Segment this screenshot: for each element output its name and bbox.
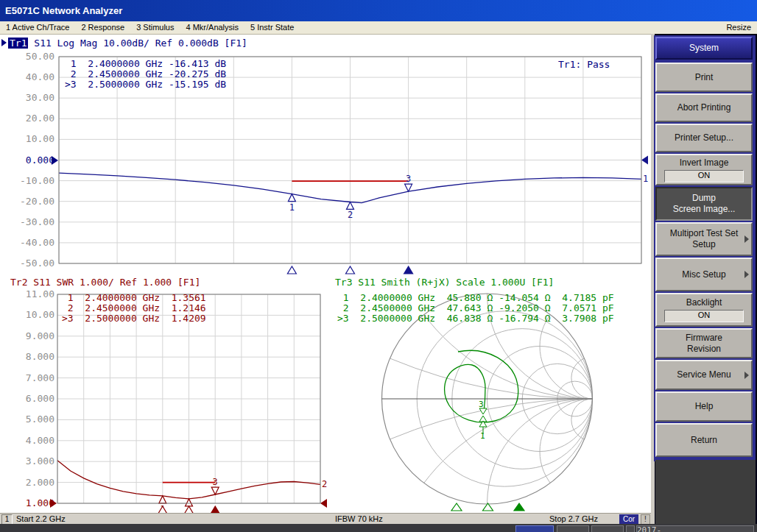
status-bar: 1 Start 2.2 GHz IFBW 70 kHz Stop 2.7 GHz… (0, 513, 651, 525)
tr1-yaxis-ref-arrow-icon (52, 156, 58, 165)
tr1-limit-status: Tr1: Pass (558, 59, 610, 70)
tr2-yaxis-tick-7.000: 7.000 (1, 372, 54, 383)
tr2-yaxis-tick-9.000: 9.000 (1, 330, 54, 341)
tr2-header[interactable]: Tr2 S11 SWR 1.000/ Ref 1.000 [F1] (10, 277, 200, 288)
softkey-dump-screen-image[interactable]: DumpScreen Image... (655, 187, 753, 221)
menu-3-stimulus[interactable]: 3 Stimulus (136, 21, 174, 33)
tr1-marker-row-1: 1 2.4000000 GHz -16.413 dB (65, 59, 226, 69)
tr1-yaxis-tick-50.00: 50.00 (1, 51, 54, 62)
softkey-help-label: Help (695, 401, 714, 412)
tr2-marker-1-icon[interactable] (159, 496, 166, 503)
tr1-yaxis-tick-10.00: 10.00 (1, 133, 54, 144)
start-frequency: Start 2.2 GHz (16, 514, 66, 524)
softkey-system[interactable]: System (655, 37, 753, 60)
active-trace-arrow-icon (1, 39, 7, 46)
tr3-stimulus-marker-1-icon[interactable] (451, 503, 462, 511)
tr2-ref-arrow-right-icon (320, 499, 327, 508)
softkey-help[interactable]: Help (655, 391, 753, 422)
tr2-marker-2-icon[interactable] (186, 499, 193, 506)
tr2-stimulus-marker-3-icon[interactable] (211, 506, 219, 513)
softkey-invert-image-label: Invert Image (680, 157, 729, 169)
softkey-service-menu[interactable]: Service Menu (655, 360, 753, 390)
tr3-marker-3-icon[interactable] (479, 408, 487, 414)
tr2-trace-number: 2 (322, 479, 327, 489)
svg-text:1: 1 (289, 202, 295, 213)
tr3-marker-row-1: 1 2.4000000 GHz 45.880 Ω -14.054 Ω 4.718… (337, 293, 614, 303)
tr1-marker-1-icon[interactable] (288, 194, 295, 202)
ifbw-readout: IFBW 70 kHz (335, 514, 383, 524)
tr2-marker-row-1: 1 2.4000000 GHz 1.3561 (62, 293, 206, 303)
softkey-multiport-test-set-setup[interactable]: Multiport Test SetSetup (655, 222, 753, 256)
resize-button[interactable]: Resize (726, 21, 751, 33)
tr2-yaxis-tick-4.000: 4.000 (1, 435, 54, 446)
tr1-marker-2-icon[interactable] (347, 202, 354, 209)
tr3-label: Tr3 (335, 277, 352, 288)
tr2-yaxis-ref-arrow-icon (50, 499, 57, 508)
softkey-backlight[interactable]: BacklightON (655, 293, 753, 327)
softkey-printer-setup[interactable]: Printer Setup... (655, 124, 753, 152)
charts-layer: 1231123231 (0, 33, 651, 513)
tr1-stimulus-marker-3-icon[interactable] (404, 266, 413, 274)
tr3-stimulus-marker-3-icon[interactable] (514, 503, 524, 511)
tr1-stimulus-marker-1-icon[interactable] (287, 266, 296, 274)
tr3-marker-row-2: 2 2.4500000 GHz 47.643 Ω -9.2050 Ω 7.057… (337, 303, 614, 313)
svg-text:3: 3 (479, 400, 484, 409)
tr2-yaxis-tick-11.00: 11.00 (1, 288, 54, 299)
softkey-abort-printing-label: Abort Printing (677, 102, 731, 113)
softkey-system-label: System (689, 43, 719, 54)
instrument-status-box-1 (515, 525, 554, 532)
softkey-dump-screen-image-label: Dump (692, 193, 716, 204)
datetime-readout: 2017- (636, 525, 754, 532)
softkey-backlight-label: Backlight (686, 297, 722, 308)
softkey-print[interactable]: Print (655, 63, 753, 92)
tr2-yaxis-tick-1.000: 1.000 (1, 497, 54, 508)
tr1-trace-number: 1 (643, 174, 648, 184)
softkey-printer-setup-label: Printer Setup... (675, 132, 733, 143)
tr1-header[interactable]: Tr1 S11 Log Mag 10.00dB/ Ref 0.000dB [F1… (8, 38, 247, 49)
softkey-return[interactable]: Return (655, 423, 753, 457)
softkey-multiport-test-set-setup-label: Multiport Test Set (670, 228, 738, 239)
tr1-marker-3-icon[interactable] (405, 184, 412, 191)
tr2-format: S11 SWR 1.000/ Ref 1.000 [F1] (33, 277, 200, 288)
menu-2-response[interactable]: 2 Response (81, 21, 124, 33)
tr1-yaxis-tick--50.00: -50.00 (1, 258, 54, 269)
tr3-marker-row-3: >3 2.5000000 GHz 46.838 Ω -16.794 Ω 3.79… (337, 313, 614, 324)
tr1-format: S11 Log Mag 10.00dB/ Ref 0.000dB [F1] (34, 38, 247, 49)
submenu-arrow-icon (744, 271, 749, 278)
submenu-arrow-icon (744, 372, 749, 379)
softkey-misc-setup[interactable]: Misc Setup (655, 258, 753, 291)
tr2-marker-3-icon[interactable] (211, 487, 219, 494)
softkey-invert-image-state: ON (664, 170, 744, 182)
menu-1-active-ch-trace[interactable]: 1 Active Ch/Trace (6, 21, 69, 33)
menu-4-mkr-analysis[interactable]: 4 Mkr/Analysis (186, 21, 239, 33)
softkey-invert-image[interactable]: Invert ImageON (655, 154, 753, 185)
softkey-misc-setup-label: Misc Setup (682, 269, 725, 280)
tr2-yaxis-tick-10.00: 10.00 (1, 309, 54, 320)
tr1-stimulus-marker-2-icon[interactable] (346, 266, 355, 274)
svg-text:2: 2 (348, 210, 353, 220)
channel-number-box: 1 (1, 514, 13, 525)
tr1-yaxis-tick--30.00: -30.00 (1, 216, 54, 227)
tr2-yaxis-tick-5.000: 5.000 (1, 414, 54, 425)
instrument-status-box-4 (626, 525, 635, 532)
tr2-yaxis-tick-3.000: 3.000 (1, 455, 54, 467)
submenu-arrow-icon (744, 235, 749, 243)
instrument-status-bar: 2017- (0, 524, 757, 532)
correction-badge: Cor (619, 514, 638, 524)
softkey-dump-screen-image-label: Screen Image... (673, 204, 736, 215)
softkey-abort-printing[interactable]: Abort Printing (655, 93, 753, 122)
softkey-empty-area (655, 460, 756, 524)
tr2-yaxis-tick-6.000: 6.000 (1, 393, 54, 404)
tr1-marker-row-2: 2 2.4500000 GHz -20.275 dB (65, 69, 226, 79)
tr1-yaxis-tick-20.00: 20.00 (1, 113, 54, 124)
window-title: E5071C Network Analyzer (5, 5, 122, 16)
softkey-multiport-test-set-setup-label: Setup (692, 239, 715, 250)
softkey-firmware-revision[interactable]: FirmwareRevision (655, 328, 753, 358)
tr3-header[interactable]: Tr3 S11 Smith (R+jX) Scale 1.000U [F1] (335, 277, 554, 288)
tr3-format: S11 Smith (R+jX) Scale 1.000U [F1] (358, 277, 554, 288)
tr1-ref-arrow-right-icon (641, 156, 648, 165)
softkey-backlight-state: ON (664, 310, 744, 322)
menu-5-instr-state[interactable]: 5 Instr State (250, 21, 294, 33)
softkey-firmware-revision-label: Firmware (686, 333, 722, 344)
window-titlebar[interactable]: E5071C Network Analyzer (0, 0, 757, 21)
